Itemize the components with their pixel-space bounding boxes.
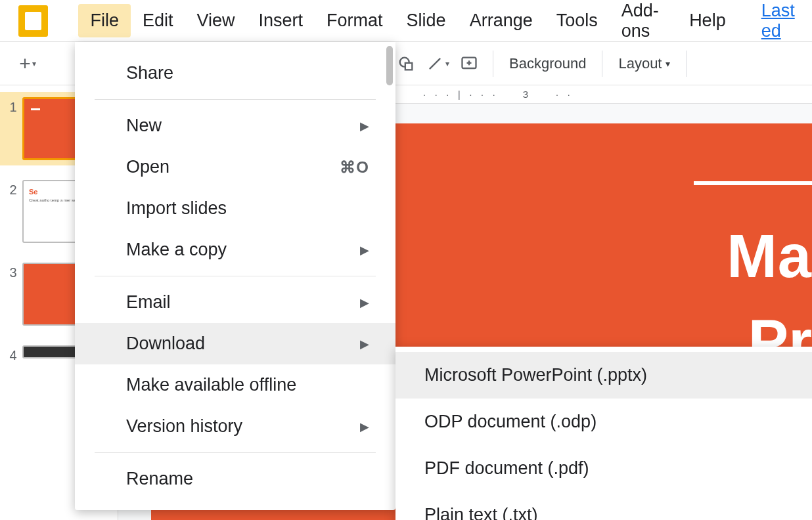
menu-divider: [95, 276, 376, 276]
menu-label: Share: [126, 63, 173, 83]
submenu-arrow-icon: ▶: [360, 295, 369, 310]
comment-button[interactable]: [455, 49, 484, 78]
menu-divider: [95, 99, 376, 100]
new-slide-button[interactable]: +▾: [13, 49, 42, 78]
menu-import-slides[interactable]: Import slides: [75, 188, 395, 229]
menu-open[interactable]: Open⌘O: [75, 146, 395, 188]
thumbnail-number: 4: [4, 345, 22, 363]
layout-button[interactable]: Layout▾: [609, 49, 679, 78]
menu-format[interactable]: Format: [315, 4, 395, 37]
menu-view[interactable]: View: [185, 4, 247, 37]
menu-label: Rename: [126, 469, 193, 489]
submenu-arrow-icon: ▶: [360, 337, 369, 351]
keyboard-shortcut: ⌘O: [340, 158, 369, 177]
ruler-mark: 3: [523, 89, 530, 100]
toolbar-separator: [602, 51, 602, 77]
shape-icon: [397, 54, 415, 73]
layout-label: Layout: [618, 55, 662, 72]
chevron-down-icon: ▾: [665, 58, 670, 69]
menu-slide[interactable]: Slide: [395, 4, 458, 37]
menu-tools[interactable]: Tools: [545, 4, 610, 37]
menu-label: Make a copy: [126, 240, 227, 260]
chevron-down-icon: ▾: [32, 59, 36, 68]
menu-label: Import slides: [126, 198, 227, 219]
menu-rename[interactable]: Rename: [75, 458, 395, 500]
menu-share[interactable]: Share: [75, 53, 395, 94]
slide-decoration: [694, 181, 812, 185]
menubar: File Edit View Insert Format Slide Arran…: [78, 0, 812, 48]
download-odp[interactable]: ODP document (.odp): [395, 399, 812, 445]
dropdown-scrollbar[interactable]: [386, 46, 393, 85]
menu-help[interactable]: Help: [677, 4, 738, 37]
menu-arrange[interactable]: Arrange: [458, 4, 545, 37]
menu-label: Email: [126, 292, 171, 313]
svg-line-4: [430, 58, 440, 68]
top-bar: File Edit View Insert Format Slide Arran…: [0, 0, 812, 42]
download-pdf[interactable]: PDF document (.pdf): [395, 445, 812, 492]
download-submenu: Microsoft PowerPoint (.pptx) ODP documen…: [395, 347, 812, 520]
file-dropdown: Share New▶ Open⌘O Import slides Make a c…: [75, 42, 395, 510]
comment-plus-icon: [460, 54, 478, 73]
menu-edit[interactable]: Edit: [131, 4, 185, 37]
menu-email[interactable]: Email▶: [75, 282, 395, 323]
toolbar-separator: [493, 51, 493, 77]
toolbar-separator: [686, 51, 687, 77]
line-icon: [426, 54, 444, 73]
shape-button[interactable]: [392, 49, 420, 78]
slides-app-icon[interactable]: [18, 5, 48, 37]
menu-label: Make available offline: [126, 375, 296, 395]
menu-new[interactable]: New▶: [75, 105, 395, 146]
menu-label: Version history: [126, 416, 242, 437]
slide-title-text: Ma: [727, 222, 812, 291]
background-button[interactable]: Background: [500, 49, 595, 78]
thumb-title: Se: [29, 188, 37, 196]
menu-version-history[interactable]: Version history▶: [75, 406, 395, 447]
menu-addons[interactable]: Add-ons: [610, 0, 677, 48]
download-txt[interactable]: Plain text (.txt): [395, 492, 812, 520]
menu-file[interactable]: File: [78, 4, 131, 37]
menu-label: Open: [126, 157, 169, 177]
thumbnail-number: 2: [4, 180, 22, 198]
last-edit-link[interactable]: Last ed: [750, 0, 812, 48]
menu-insert[interactable]: Insert: [247, 4, 315, 37]
svg-rect-3: [405, 62, 413, 70]
chevron-down-icon: ▾: [445, 59, 449, 68]
thumbnail-number: 1: [4, 97, 22, 115]
menu-label: New: [126, 116, 162, 136]
menu-make-offline[interactable]: Make available offline: [75, 364, 395, 406]
menu-download[interactable]: Download▶: [75, 323, 395, 364]
submenu-arrow-icon: ▶: [360, 420, 369, 434]
plus-icon: +: [19, 53, 31, 75]
submenu-arrow-icon: ▶: [360, 119, 369, 133]
menu-divider: [95, 452, 376, 453]
thumbnail-number: 3: [4, 263, 22, 280]
menu-make-copy[interactable]: Make a copy▶: [75, 229, 395, 271]
submenu-arrow-icon: ▶: [360, 243, 369, 257]
download-pptx[interactable]: Microsoft PowerPoint (.pptx): [395, 352, 812, 399]
menu-label: Download: [126, 334, 205, 354]
line-button[interactable]: ▾: [423, 49, 452, 78]
